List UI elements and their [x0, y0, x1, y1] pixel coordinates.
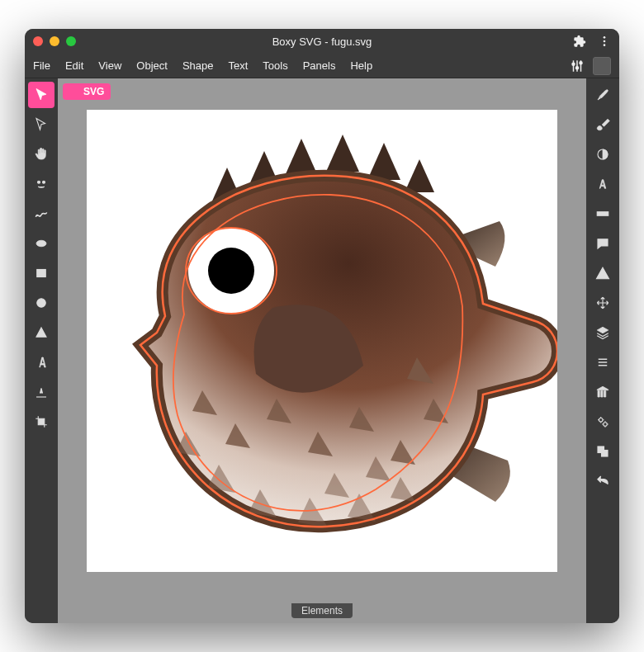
window-controls	[33, 36, 76, 46]
format-badge-label: SVG	[83, 86, 104, 97]
menu-file[interactable]: File	[33, 59, 50, 72]
crop-tool[interactable]	[28, 409, 54, 435]
svg-point-11	[36, 240, 46, 247]
svg-rect-12	[37, 270, 46, 277]
more-menu-icon[interactable]	[598, 35, 611, 48]
titlebar: Boxy SVG - fugu.svg	[25, 29, 619, 54]
elements-tab[interactable]: Elements	[291, 603, 353, 618]
format-badge[interactable]: SVG	[63, 83, 111, 100]
move-arrow-tool[interactable]	[28, 82, 54, 108]
svg-point-28	[599, 418, 604, 423]
svg-point-2	[604, 44, 606, 46]
menu-view[interactable]: View	[98, 59, 121, 72]
menu-object[interactable]: Object	[136, 59, 168, 72]
typography-panel[interactable]	[590, 171, 616, 197]
sliders-icon[interactable]	[570, 59, 585, 73]
svg-point-0	[604, 36, 606, 39]
menubar: File Edit View Object Shape Text Tools P…	[25, 54, 619, 78]
svg-point-6	[572, 63, 575, 65]
left-toolbar	[25, 78, 58, 623]
maximize-window-button[interactable]	[66, 36, 76, 46]
svg-point-15	[208, 248, 254, 294]
ruler-panel[interactable]	[590, 201, 616, 227]
canvas-area[interactable]: SVG	[58, 78, 586, 603]
svg-point-1	[604, 40, 606, 43]
minimize-window-button[interactable]	[50, 36, 59, 46]
app-window: Boxy SVG - fugu.svg File Edit View Objec…	[25, 29, 619, 623]
right-toolbar	[586, 78, 619, 623]
chat-panel[interactable]	[590, 230, 616, 257]
undo-panel[interactable]	[590, 468, 616, 494]
paint-panel[interactable]	[590, 111, 616, 138]
svg-point-9	[38, 181, 40, 183]
svg-point-8	[580, 61, 582, 64]
bottom-tab-bar: Elements	[58, 603, 586, 623]
list-panel[interactable]	[590, 349, 616, 376]
triangle-tool[interactable]	[28, 319, 54, 346]
svg-rect-31	[602, 451, 608, 457]
text-tool[interactable]	[28, 349, 54, 376]
layers-panel[interactable]	[590, 319, 616, 346]
menu-shape[interactable]: Shape	[182, 59, 214, 72]
operations-panel[interactable]	[590, 438, 616, 465]
close-window-button[interactable]	[33, 36, 43, 46]
library-panel[interactable]	[590, 379, 616, 405]
svg-point-24	[602, 276, 604, 278]
freehand-tool[interactable]	[28, 201, 54, 227]
workspace: SVG	[25, 78, 619, 623]
direct-select-tool[interactable]	[28, 111, 54, 138]
svg-point-13	[37, 299, 46, 308]
menu-help[interactable]: Help	[350, 59, 372, 72]
extension-icon[interactable]	[573, 35, 586, 48]
gears-panel[interactable]	[590, 409, 616, 435]
artboard[interactable]	[87, 110, 557, 572]
face-tool[interactable]	[28, 171, 54, 197]
menu-text[interactable]: Text	[228, 59, 248, 72]
menu-panels[interactable]: Panels	[303, 59, 336, 72]
text-path-tool[interactable]	[28, 379, 54, 405]
rectangle-tool[interactable]	[28, 260, 54, 286]
asterisk-icon	[69, 87, 79, 97]
svg-point-10	[43, 181, 45, 183]
fugu-illustration[interactable]	[87, 110, 557, 572]
window-title: Boxy SVG - fugu.svg	[25, 35, 619, 48]
contrast-panel[interactable]	[590, 141, 616, 168]
menu-edit[interactable]: Edit	[65, 59, 83, 72]
svg-point-7	[576, 66, 579, 69]
pan-hand-tool[interactable]	[28, 141, 54, 168]
color-swatch[interactable]	[593, 57, 611, 75]
brush-panel[interactable]	[590, 82, 616, 108]
svg-point-29	[604, 423, 608, 427]
menu-tools[interactable]: Tools	[263, 59, 287, 72]
ellipse-blob-tool[interactable]	[28, 230, 54, 257]
transform-panel[interactable]	[590, 290, 616, 316]
warning-panel[interactable]	[590, 260, 616, 286]
circle-tool[interactable]	[28, 290, 54, 316]
center-area: SVG	[58, 78, 586, 623]
